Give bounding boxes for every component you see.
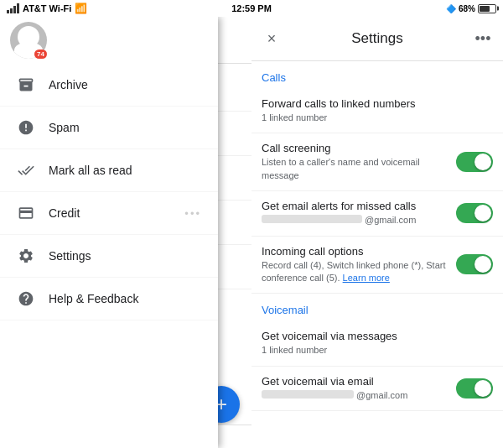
- mark-read-icon: [17, 161, 35, 180]
- settings-close-button[interactable]: ×: [260, 27, 283, 50]
- bluetooth-icon: 🔷: [446, 4, 456, 13]
- battery-icon: [478, 4, 496, 13]
- signal-icon: [7, 3, 19, 13]
- settings-panel: × Settings ••• Calls Forward calls to li…: [252, 17, 503, 448]
- carrier-label: AT&T Wi-Fi: [23, 3, 71, 13]
- learn-more-link[interactable]: Learn more: [343, 273, 390, 283]
- menu-item-spam[interactable]: Spam: [0, 107, 218, 149]
- call-screening-title: Call screening: [262, 142, 456, 154]
- help-icon: [17, 289, 35, 308]
- settings-more-button[interactable]: •••: [471, 27, 495, 50]
- navigation-drawer: 74 Archive Spam Mark all as read: [0, 17, 218, 448]
- calls-section-title: Calls: [252, 61, 503, 89]
- call-screening-text: Call screening Listen to a caller's name…: [262, 142, 456, 182]
- menu-item-mark-all-read[interactable]: Mark all as read: [0, 149, 218, 192]
- email-alerts-title: Get email alerts for missed calls: [262, 200, 456, 212]
- toggle-knob: [474, 154, 491, 170]
- email-alerts-email: @gmail.com: [262, 214, 456, 227]
- menu-credit-label: Credit: [49, 206, 184, 220]
- settings-icon: [17, 247, 35, 265]
- incoming-call-text: Incoming call options Record call (4), S…: [262, 245, 456, 285]
- spam-icon: [17, 118, 35, 137]
- status-bar: AT&T Wi-Fi 📶 12:59 PM 🔷 68%: [0, 0, 503, 17]
- email-blur-2: [262, 390, 354, 399]
- voicemail-messages-text: Get voicemail via messages 1 linked numb…: [262, 330, 493, 357]
- archive-icon: [17, 76, 35, 94]
- forward-calls-sub: 1 linked number: [262, 112, 493, 124]
- forward-calls-text: Forward calls to linked numbers 1 linked…: [262, 97, 493, 124]
- call-screening-sub: Listen to a caller's name and voicemail …: [262, 156, 456, 182]
- menu-item-help[interactable]: Help & Feedback: [0, 278, 218, 320]
- credit-icon: [17, 204, 35, 222]
- toggle-knob: [474, 205, 491, 221]
- settings-title: Settings: [283, 30, 471, 47]
- status-left: AT&T Wi-Fi 📶: [7, 3, 87, 14]
- drawer-badge: 74: [34, 49, 47, 59]
- voicemail-email-toggle[interactable]: [456, 378, 493, 399]
- drawer-avatar-container: 74: [10, 22, 47, 59]
- menu-item-settings[interactable]: Settings: [0, 235, 218, 278]
- voicemail-email-text: Get voicemail via email @gmail.com: [262, 375, 456, 402]
- voicemail-email-sub: @gmail.com: [262, 389, 456, 402]
- voicemail-messages-title: Get voicemail via messages: [262, 330, 493, 342]
- status-right: 🔷 68%: [446, 4, 496, 13]
- forward-calls-item[interactable]: Forward calls to linked numbers 1 linked…: [252, 89, 503, 133]
- battery-fill: [480, 6, 490, 12]
- voicemail-messages-sub: 1 linked number: [262, 344, 493, 357]
- incoming-call-sub: Record call (4), Switch linked phone (*)…: [262, 259, 456, 285]
- incoming-call-toggle[interactable]: [456, 254, 493, 274]
- toggle-knob: [474, 256, 491, 273]
- menu-item-archive[interactable]: Archive: [0, 64, 218, 107]
- credit-value: •••: [184, 207, 201, 220]
- drawer-header: 74: [0, 17, 218, 64]
- menu-help-label: Help & Feedback: [49, 292, 201, 305]
- email-alerts-text: Get email alerts for missed calls @gmail…: [262, 200, 456, 227]
- email-alerts-toggle[interactable]: [456, 203, 493, 223]
- incoming-call-item[interactable]: Incoming call options Record call (4), S…: [252, 237, 503, 294]
- toggle-knob: [474, 380, 491, 397]
- voicemail-email-item[interactable]: Get voicemail via email @gmail.com: [252, 367, 503, 411]
- battery-label: 68%: [459, 4, 475, 13]
- voicemail-messages-item[interactable]: Get voicemail via messages 1 linked numb…: [252, 321, 503, 366]
- menu-archive-label: Archive: [49, 78, 201, 91]
- forward-calls-title: Forward calls to linked numbers: [262, 97, 493, 110]
- time-display: 12:59 PM: [231, 3, 272, 13]
- menu-spam-label: Spam: [49, 121, 201, 134]
- settings-header: × Settings •••: [252, 17, 503, 61]
- email-domain: @gmail.com: [365, 215, 416, 225]
- wifi-icon: 📶: [75, 3, 87, 14]
- incoming-call-title: Incoming call options: [262, 245, 456, 258]
- voicemail-section-title: Voicemail: [252, 294, 503, 321]
- call-screening-item[interactable]: Call screening Listen to a caller's name…: [252, 133, 503, 191]
- menu-item-credit[interactable]: Credit •••: [0, 192, 218, 235]
- menu-settings-label: Settings: [49, 249, 201, 263]
- email-blur: [262, 215, 362, 223]
- voicemail-email-title: Get voicemail via email: [262, 375, 456, 388]
- menu-mark-read-label: Mark all as read: [49, 164, 201, 177]
- email-alerts-item[interactable]: Get email alerts for missed calls @gmail…: [252, 191, 503, 236]
- voicemail-email-domain: @gmail.com: [356, 390, 407, 400]
- call-screening-toggle[interactable]: [456, 152, 493, 172]
